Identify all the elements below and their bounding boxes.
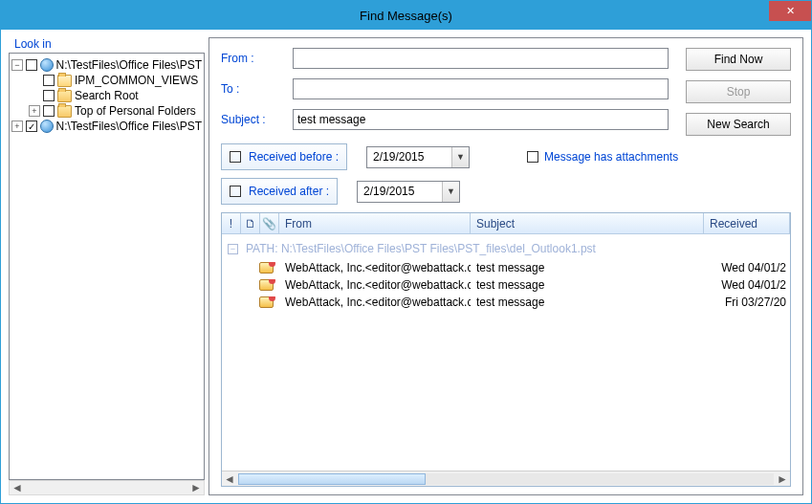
close-button[interactable]: ✕ <box>769 1 811 21</box>
folder-icon <box>57 105 72 118</box>
col-subject[interactable]: Subject <box>471 213 704 233</box>
folder-icon <box>57 75 72 87</box>
from-input[interactable] <box>293 48 669 69</box>
scroll-right-icon[interactable]: ► <box>188 481 204 494</box>
pst-file-icon <box>40 120 54 133</box>
tree-expand-toggle[interactable]: + <box>29 105 40 117</box>
tree-item-label: N:\TestFiles\Office Files\PST <box>56 120 202 133</box>
folder-icon <box>57 90 72 102</box>
look-in-label: Look in <box>14 37 205 51</box>
tree-item-label: Search Root <box>75 89 139 102</box>
search-form: From : To : Subject : Find Now Stop <box>221 48 791 136</box>
col-attachment-icon[interactable]: 📎 <box>260 213 279 233</box>
col-type-icon[interactable]: 🗋 <box>241 213 260 233</box>
new-search-button[interactable]: New Search <box>686 113 791 136</box>
cell-from: WebAttack, Inc.<editor@webattack.c... <box>279 296 471 309</box>
tree-checkbox[interactable]: ✓ <box>26 121 37 132</box>
results-path-label: PATH: N:\TestFiles\Office Files\PST File… <box>246 242 596 255</box>
tree-item-label: Top of Personal Folders <box>75 104 196 118</box>
tree-item[interactable]: IPM_COMMON_VIEWS <box>11 73 202 88</box>
scroll-right-icon[interactable]: ► <box>775 472 790 486</box>
received-after-checkbox[interactable] <box>230 186 241 197</box>
results-path-row[interactable]: −PATH: N:\TestFiles\Office Files\PST Fil… <box>222 234 790 259</box>
folder-tree[interactable]: −N:\TestFiles\Office Files\PSTIPM_COMMON… <box>9 53 205 480</box>
window-title: Find Message(s) <box>360 9 452 23</box>
scroll-track[interactable] <box>238 473 774 485</box>
tree-item-label: IPM_COMMON_VIEWS <box>75 74 198 87</box>
find-messages-window: Find Message(s) ✕ Look in −N:\TestFiles\… <box>0 0 812 504</box>
tree-item[interactable]: +Top of Personal Folders <box>11 103 202 119</box>
mail-icon <box>259 296 274 308</box>
search-panel: From : To : Subject : Find Now Stop <box>208 37 803 495</box>
mail-icon <box>259 279 274 291</box>
scroll-left-icon[interactable]: ◄ <box>222 472 237 486</box>
stop-button[interactable]: Stop <box>686 80 791 103</box>
to-input[interactable] <box>293 78 669 99</box>
col-importance[interactable]: ! <box>222 213 241 233</box>
pst-file-icon <box>40 58 54 72</box>
tree-item-label: N:\TestFiles\Office Files\PST <box>56 58 202 72</box>
col-received[interactable]: Received <box>704 213 790 233</box>
tree-h-scrollbar[interactable]: ◄ ► <box>9 480 205 495</box>
find-now-button[interactable]: Find Now <box>686 48 791 71</box>
tree-expand-toggle[interactable]: + <box>11 121 23 132</box>
results-h-scrollbar[interactable]: ◄ ► <box>222 471 790 486</box>
cell-received: Fri 03/27/20 <box>704 296 790 309</box>
tree-item[interactable]: −N:\TestFiles\Office Files\PST <box>11 57 202 73</box>
message-row[interactable]: WebAttack, Inc.<editor@webattack.c...tes… <box>222 276 790 294</box>
tree-expand-toggle[interactable]: − <box>11 59 23 71</box>
message-row[interactable]: WebAttack, Inc.<editor@webattack.c...tes… <box>222 294 790 311</box>
chevron-down-icon[interactable]: ▼ <box>451 147 469 167</box>
received-before-toggle[interactable]: Received before : <box>221 143 347 170</box>
collapse-toggle[interactable]: − <box>228 244 238 254</box>
subject-input[interactable] <box>293 109 669 130</box>
tree-checkbox[interactable] <box>26 59 37 71</box>
received-after-date[interactable]: 2/19/2015 ▼ <box>357 181 460 203</box>
from-label: From : <box>221 52 293 65</box>
tree-checkbox[interactable] <box>43 75 55 86</box>
titlebar: Find Message(s) ✕ <box>1 1 811 30</box>
subject-label: Subject : <box>221 113 293 126</box>
cell-subject: test message <box>471 261 704 274</box>
to-label: To : <box>221 82 293 96</box>
scroll-left-icon[interactable]: ◄ <box>10 481 25 494</box>
cell-subject: test message <box>471 278 704 292</box>
cell-received: Wed 04/01/2 <box>704 278 790 292</box>
received-before-row: Received before : 2/19/2015 ▼ Message ha… <box>221 143 791 170</box>
received-after-toggle[interactable]: Received after : <box>221 178 338 205</box>
chevron-down-icon[interactable]: ▼ <box>442 182 459 202</box>
cell-received: Wed 04/01/2 <box>704 261 790 274</box>
cell-subject: test message <box>471 296 704 309</box>
content-area: Look in −N:\TestFiles\Office Files\PSTIP… <box>1 30 811 503</box>
cell-from: WebAttack, Inc.<editor@webattack.c... <box>279 261 471 274</box>
results-list: ! 🗋 📎 From Subject Received −PATH: N:\Te… <box>221 212 791 487</box>
scroll-thumb[interactable] <box>238 473 426 485</box>
received-before-checkbox[interactable] <box>230 151 241 163</box>
mail-icon <box>259 262 274 274</box>
message-row[interactable]: WebAttack, Inc.<editor@webattack.c...tes… <box>222 259 790 276</box>
received-before-date[interactable]: 2/19/2015 ▼ <box>366 146 470 168</box>
col-from[interactable]: From <box>279 213 471 233</box>
look-in-panel: Look in −N:\TestFiles\Office Files\PSTIP… <box>9 37 205 495</box>
tree-checkbox[interactable] <box>43 105 55 117</box>
has-attachments-checkbox[interactable] <box>527 151 538 163</box>
tree-item[interactable]: +✓N:\TestFiles\Office Files\PST <box>11 119 202 134</box>
results-header: ! 🗋 📎 From Subject Received <box>222 213 790 234</box>
results-body[interactable]: −PATH: N:\TestFiles\Office Files\PST Fil… <box>222 234 790 471</box>
tree-item[interactable]: Search Root <box>11 88 202 103</box>
received-after-row: Received after : 2/19/2015 ▼ <box>221 178 791 205</box>
tree-checkbox[interactable] <box>43 90 55 101</box>
has-attachments-toggle[interactable]: Message has attachments <box>527 150 678 164</box>
cell-from: WebAttack, Inc.<editor@webattack.c... <box>279 278 471 292</box>
